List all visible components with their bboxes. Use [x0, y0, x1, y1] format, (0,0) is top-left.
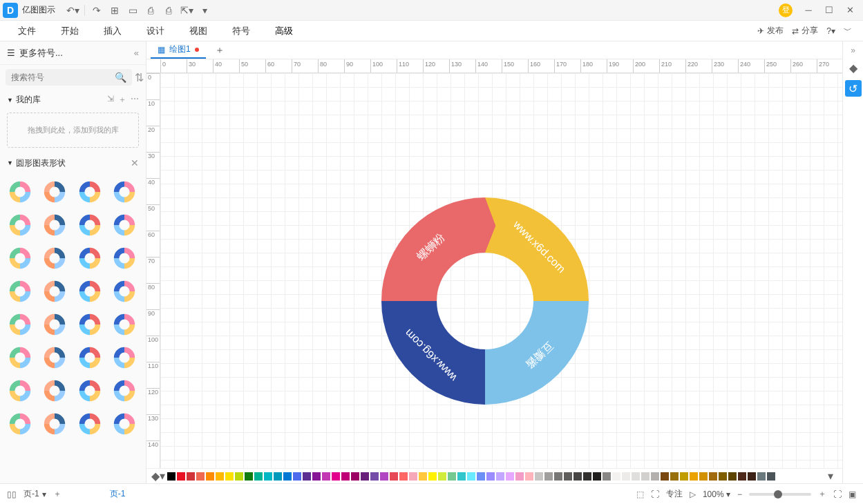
search-icon[interactable]: 🔍 [115, 72, 126, 83]
color-swatch[interactable] [767, 472, 775, 481]
fullscreen-icon[interactable]: ⛶ [651, 490, 659, 499]
shape-thumbnail[interactable] [40, 343, 69, 372]
add-page-button[interactable]: ＋ [53, 488, 61, 500]
color-swatch[interactable] [390, 472, 398, 481]
close-button[interactable]: ✕ [840, 1, 860, 19]
color-swatch[interactable] [370, 472, 379, 481]
color-swatch[interactable] [283, 472, 292, 481]
color-swatch[interactable] [709, 472, 717, 481]
close-section-icon[interactable]: ✕ [131, 157, 139, 168]
canvas[interactable]: www.x6d.com豆瓣酱www.x6g.com螺蛳粉 [160, 73, 842, 468]
fit-width-icon[interactable]: ▣ [848, 490, 856, 499]
shape-thumbnail[interactable] [40, 177, 69, 206]
shape-thumbnail[interactable] [40, 277, 69, 306]
menu-符号[interactable]: 符号 [220, 22, 263, 40]
color-swatch[interactable] [341, 472, 350, 481]
search-box[interactable]: 🔍 [6, 69, 132, 86]
color-swatch[interactable] [544, 472, 553, 481]
search-input[interactable] [11, 72, 115, 82]
zoom-slider[interactable] [749, 493, 811, 496]
color-swatch[interactable] [535, 472, 543, 481]
color-swatch[interactable] [438, 472, 446, 481]
color-swatch[interactable] [564, 472, 572, 481]
menu-文件[interactable]: 文件 [6, 22, 48, 40]
donut-chart[interactable]: www.x6d.com豆瓣酱www.x6g.com螺蛳粉 [368, 184, 603, 418]
color-swatch[interactable] [303, 472, 311, 481]
publish-button[interactable]: ✈发布 [757, 25, 784, 37]
shape-thumbnail[interactable] [110, 277, 139, 306]
color-swatch[interactable] [409, 472, 417, 481]
layers-icon[interactable]: ⬚ [636, 490, 644, 499]
color-swatch[interactable] [187, 472, 195, 481]
menu-视图[interactable]: 视图 [177, 22, 220, 40]
menu-高级[interactable]: 高级 [263, 22, 305, 40]
export-button[interactable]: ⇱▾ [178, 1, 196, 19]
segment-0[interactable] [485, 197, 589, 311]
shape-thumbnail[interactable] [110, 409, 139, 438]
shape-thumbnail[interactable] [6, 244, 35, 273]
color-swatch[interactable] [293, 472, 301, 481]
format-button[interactable]: ◆ [845, 59, 862, 76]
shape-thumbnail[interactable] [6, 177, 35, 206]
color-swatch[interactable] [274, 472, 282, 481]
color-swatch[interactable] [206, 472, 214, 481]
color-swatch[interactable] [612, 472, 620, 481]
redo-button[interactable]: ↷ [88, 1, 106, 19]
color-swatch[interactable] [699, 472, 708, 481]
maximize-button[interactable]: ☐ [819, 1, 840, 19]
help-button[interactable]: ?▾ [826, 26, 835, 36]
add-icon[interactable]: ＋ [118, 94, 126, 106]
color-swatch[interactable] [351, 472, 359, 481]
color-swatch[interactable] [554, 472, 562, 481]
color-swatch[interactable] [312, 472, 321, 481]
shape-thumbnail[interactable] [40, 211, 69, 240]
undo-button[interactable]: ↶▾ [64, 1, 82, 19]
color-swatch[interactable] [380, 472, 388, 481]
color-swatch[interactable] [419, 472, 427, 481]
color-swatch[interactable] [661, 472, 669, 481]
color-swatch[interactable] [757, 472, 766, 481]
drop-zone[interactable]: 拖拽到此处，添加到我的库 [7, 113, 139, 148]
shape-thumbnail[interactable] [40, 409, 69, 438]
shape-thumbnail[interactable] [40, 310, 69, 339]
shape-thumbnail[interactable] [75, 409, 104, 438]
shape-thumbnail[interactable] [75, 343, 104, 372]
shape-thumbnail[interactable] [6, 211, 35, 240]
color-swatch[interactable] [177, 472, 185, 481]
color-swatch[interactable] [216, 472, 224, 481]
shape-thumbnail[interactable] [110, 343, 139, 372]
segment-2[interactable] [381, 291, 485, 405]
menu-开始[interactable]: 开始 [48, 22, 91, 40]
color-swatch[interactable] [448, 472, 456, 481]
color-swatch[interactable] [486, 472, 495, 481]
zoom-label[interactable]: 100% ▾ [703, 490, 730, 499]
filter-button[interactable]: ⇅ [135, 70, 144, 85]
focus-mode-button[interactable]: 专注 [666, 488, 683, 500]
color-swatch[interactable] [690, 472, 698, 481]
color-swatch[interactable] [603, 472, 611, 481]
shape-thumbnail[interactable] [110, 310, 139, 339]
shape-thumbnail[interactable] [75, 277, 104, 306]
color-swatch[interactable] [332, 472, 340, 481]
shape-thumbnail[interactable] [75, 244, 104, 273]
color-swatch[interactable] [167, 472, 176, 481]
color-swatch[interactable] [457, 472, 466, 481]
color-swatch[interactable] [670, 472, 679, 481]
zoom-out-button[interactable]: − [737, 490, 742, 499]
color-swatch[interactable] [399, 472, 408, 481]
more-icon[interactable]: ⋯ [131, 94, 139, 106]
color-swatch[interactable] [361, 472, 369, 481]
color-swatch[interactable] [225, 472, 234, 481]
open-button[interactable]: ▭ [124, 1, 142, 19]
document-tab[interactable]: ▦ 绘图1 [151, 41, 206, 59]
more-colors-button[interactable]: ▾ [823, 469, 838, 483]
color-swatch[interactable] [680, 472, 688, 481]
sidebar-title[interactable]: 更多符号... [19, 47, 63, 59]
history-button[interactable]: ↺ [845, 80, 862, 97]
fit-page-icon[interactable]: ⛶ [833, 490, 842, 499]
color-swatch[interactable] [573, 472, 582, 481]
color-swatch[interactable] [515, 472, 524, 481]
save-button[interactable]: ⎙ [142, 1, 160, 19]
color-swatch[interactable] [477, 472, 485, 481]
print-button[interactable]: ⎙ [160, 1, 178, 19]
